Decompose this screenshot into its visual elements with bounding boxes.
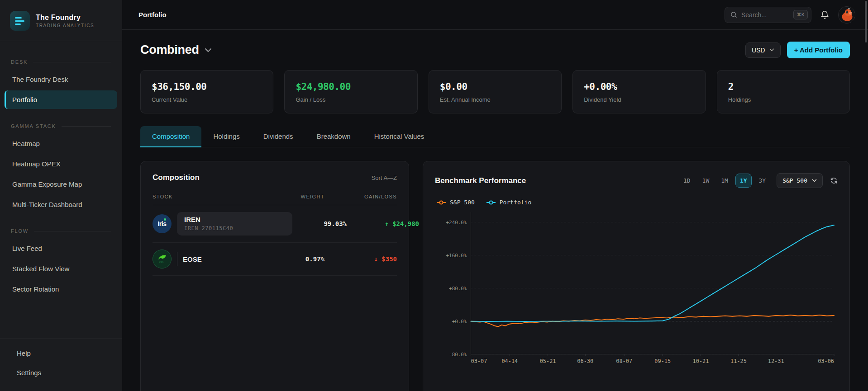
column-stock: STOCK xyxy=(153,194,270,199)
portfolio-selector[interactable]: Combined xyxy=(140,43,212,57)
svg-text:05-21: 05-21 xyxy=(540,358,556,364)
stat-card-est-annual-income: $0.00 Est. Annual Income xyxy=(429,70,562,113)
content: Combined USD + Add Portfolio $36,150.00 … xyxy=(122,30,868,391)
tab-breakdown[interactable]: Breakdown xyxy=(305,126,362,147)
column-gain-loss: GAIN/LOSS xyxy=(324,194,397,199)
column-weight: WEIGHT xyxy=(270,194,324,199)
svg-text:-80.0%: -80.0% xyxy=(449,352,467,358)
brand: The Foundry TRADING ANALYTICS xyxy=(0,0,122,41)
svg-text:+160.0%: +160.0% xyxy=(446,253,467,259)
search-box[interactable]: ⌘K xyxy=(725,7,811,23)
sidebar-item-live-feed[interactable]: Live Feed xyxy=(5,239,117,258)
range-button-1d[interactable]: 1D xyxy=(679,174,695,188)
stat-label: Est. Annual Income xyxy=(440,96,550,103)
chevron-down-icon xyxy=(205,48,212,52)
svg-text:08-07: 08-07 xyxy=(616,358,632,364)
range-button-1w[interactable]: 1W xyxy=(698,174,714,188)
sidebar-item-settings[interactable]: Settings xyxy=(9,363,113,382)
stat-value: $36,150.00 xyxy=(152,81,262,92)
foundry-logo-icon xyxy=(10,11,30,31)
composition-panel: Composition Sort A—Z STOCK WEIGHT GAIN/L… xyxy=(140,161,409,391)
section-label-gamma-stack: GAMMA STACK xyxy=(0,117,122,133)
tab-holdings[interactable]: Holdings xyxy=(201,126,251,147)
stats-row: $36,150.00 Current Value $24,980.00 Gain… xyxy=(140,70,850,113)
add-portfolio-button[interactable]: + Add Portfolio xyxy=(787,42,850,58)
portfolio-marker-icon xyxy=(486,202,496,203)
scrollbar[interactable] xyxy=(865,1,867,42)
stat-label: Dividend Yield xyxy=(584,96,694,103)
sidebar-item-gamma-exposure-map[interactable]: Gamma Exposure Map xyxy=(5,175,117,193)
main-area: Portfolio ⌘K xyxy=(122,0,868,391)
sidebar-item-help[interactable]: Help xyxy=(9,344,113,363)
stat-value: $0.00 xyxy=(440,81,550,92)
range-button-1y[interactable]: 1Y xyxy=(735,174,752,188)
svg-text:eos: eos xyxy=(159,260,164,263)
stock-ticker: IREN xyxy=(184,216,285,223)
sidebar: The Foundry TRADING ANALYTICS DESK The F… xyxy=(0,0,122,391)
svg-text:11-25: 11-25 xyxy=(730,358,747,364)
search-icon xyxy=(730,11,737,18)
svg-text:12-31: 12-31 xyxy=(768,358,784,364)
search-input[interactable] xyxy=(741,11,789,19)
svg-text:06-30: 06-30 xyxy=(577,358,593,364)
stock-ticker: EOSE xyxy=(183,255,202,263)
svg-text:+240.0%: +240.0% xyxy=(446,220,467,226)
tab-composition[interactable]: Composition xyxy=(140,126,201,147)
stat-value: +0.00% xyxy=(584,81,694,92)
table-row[interactable]: eos EOSE 0.97% ↓ $350 xyxy=(153,243,397,276)
svg-text:04-14: 04-14 xyxy=(501,358,518,364)
refresh-button[interactable] xyxy=(830,177,838,184)
tab-historical-values[interactable]: Historical Values xyxy=(362,126,436,147)
benchmark-title: Benchmark Performance xyxy=(435,176,526,185)
svg-text:+80.0%: +80.0% xyxy=(449,286,467,292)
sp500-marker-icon xyxy=(437,202,446,203)
stat-label: Holdings xyxy=(728,96,839,103)
section-label-flow: FLOW xyxy=(0,222,122,238)
tab-dividends[interactable]: Dividends xyxy=(252,126,305,147)
eose-logo-icon: eos xyxy=(153,250,172,269)
legend-item-sp500: S&P 500 xyxy=(437,199,475,206)
chart-legend: S&P 500 Portfolio xyxy=(435,199,838,206)
sidebar-item-multi-ticker-dashboard[interactable]: Multi-Ticker Dashboard xyxy=(5,195,117,214)
stat-value: $24,980.00 xyxy=(296,81,406,92)
benchmark-select[interactable]: S&P 500 xyxy=(777,173,823,188)
stat-card-holdings: 2 Holdings xyxy=(717,70,850,113)
svg-text:09-15: 09-15 xyxy=(654,358,671,364)
divider xyxy=(177,252,177,266)
range-button-1m[interactable]: 1M xyxy=(716,174,733,188)
user-avatar[interactable] xyxy=(838,6,855,24)
sidebar-item-sector-rotation[interactable]: Sector Rotation xyxy=(5,280,117,298)
benchmark-chart[interactable]: +240.0%+160.0%+80.0%+0.0%-80.0%03-0704-1… xyxy=(435,208,838,367)
brand-name: The Foundry xyxy=(36,14,94,22)
stock-name-block: IREN IREN 270115C40 xyxy=(177,212,292,236)
table-row[interactable]: Iris IREN IREN 270115C40 99.03% ↑ $24,98… xyxy=(153,205,397,243)
range-button-3y[interactable]: 3Y xyxy=(754,174,771,188)
stock-gain: ↑ $24,980 xyxy=(347,220,419,227)
section-label-desk: DESK xyxy=(0,53,122,69)
svg-text:03-06: 03-06 xyxy=(818,358,834,364)
brand-tagline: TRADING ANALYTICS xyxy=(36,23,94,28)
svg-text:10-21: 10-21 xyxy=(693,358,709,364)
sidebar-item-heatmap-opex[interactable]: Heatmap OPEX xyxy=(5,155,117,173)
bell-icon xyxy=(820,10,829,19)
svg-text:03-07: 03-07 xyxy=(471,358,487,364)
stat-label: Gain / Loss xyxy=(296,96,406,103)
chevron-down-icon xyxy=(812,179,817,182)
stock-weight: 99.03% xyxy=(292,220,347,227)
stock-weight: 0.97% xyxy=(270,255,324,263)
iren-logo-icon: Iris xyxy=(153,214,172,233)
stat-label: Current Value xyxy=(152,96,262,103)
sidebar-item-portfolio[interactable]: Portfolio xyxy=(5,90,117,109)
sidebar-item-stacked-flow-view[interactable]: Stacked Flow View xyxy=(5,259,117,278)
tabs: Composition Holdings Dividends Breakdown… xyxy=(140,126,850,147)
sort-a-z-button[interactable]: Sort A—Z xyxy=(372,174,397,181)
currency-select[interactable]: USD xyxy=(745,42,781,58)
sidebar-item-foundry-desk[interactable]: The Foundry Desk xyxy=(5,70,117,89)
benchmark-panel: Benchmark Performance 1D 1W 1M 1Y 3Y S&P… xyxy=(423,161,850,391)
page-breadcrumb-title: Portfolio xyxy=(138,11,167,19)
stat-card-dividend-yield: +0.00% Dividend Yield xyxy=(572,70,706,113)
notifications-button[interactable] xyxy=(820,10,829,19)
sidebar-item-heatmap[interactable]: Heatmap xyxy=(5,134,117,153)
stat-card-gain-loss: $24,980.00 Gain / Loss xyxy=(284,70,417,113)
topbar: Portfolio ⌘K xyxy=(122,0,868,30)
